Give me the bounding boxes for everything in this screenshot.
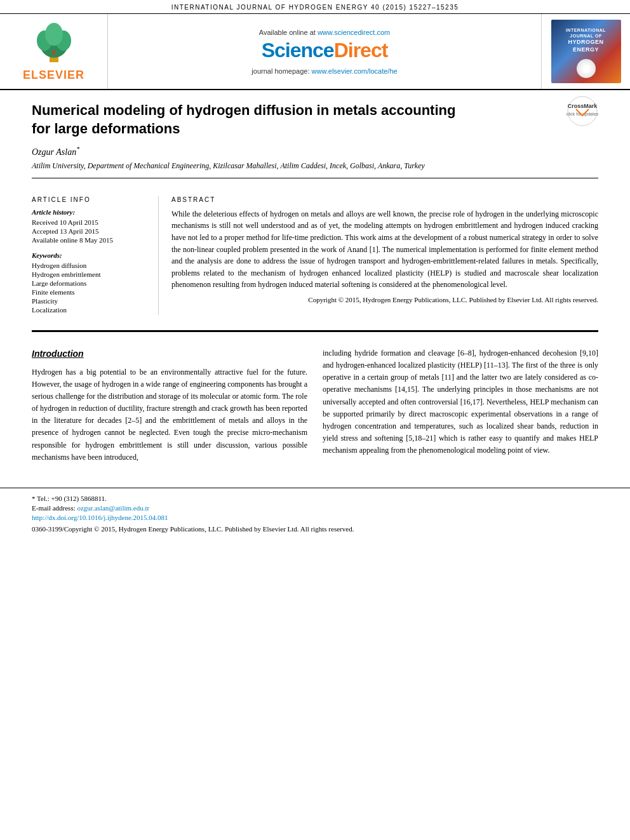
article-info-col: Article Info Article history: Received 1… (32, 196, 159, 315)
sciencedirect-logo: ScienceDirect (262, 39, 388, 62)
article-info-label: Article Info (32, 196, 149, 203)
journal-cover-box: International Journal ofHYDROGENENERGY (551, 20, 621, 83)
intro-para-2: including hydride formation and cleavage… (323, 347, 598, 457)
copyright-line: Copyright © 2015, Hydrogen Energy Public… (171, 296, 598, 303)
thick-separator (32, 330, 598, 332)
tel-line: * Tel.: +90 (312) 5868811. (32, 495, 598, 502)
email-line: E-mail address: ozgur.aslan@atilim.edu.t… (32, 504, 598, 512)
keywords-label: Keywords: (32, 251, 149, 259)
available-online-text: Available online at www.sciencedirect.co… (259, 29, 390, 36)
separator-line-1 (32, 178, 598, 178)
svg-point-4 (45, 23, 63, 46)
body-section: Introduction Hydrogen has a big potentia… (0, 341, 630, 475)
keyword-5: Plasticity (32, 297, 149, 305)
article-section: CrossMark click for updates Numerical mo… (0, 90, 630, 191)
svg-point-6 (568, 97, 597, 126)
keyword-2: Hydrogen embrittlement (32, 270, 149, 278)
svg-text:CrossMark: CrossMark (568, 103, 598, 109)
elsevier-tree-icon (25, 22, 83, 66)
received-date: Received 10 April 2015 (32, 218, 149, 226)
article-info-abstract-section: Article Info Article history: Received 1… (0, 191, 630, 321)
history-label: Article history: (32, 208, 149, 216)
doi-link[interactable]: http://dx.doi.org/10.1016/j.ijhydene.201… (32, 514, 168, 521)
sciencedirect-url[interactable]: www.sciencedirect.com (318, 29, 390, 36)
introduction-heading: Introduction (32, 347, 307, 361)
sciencedirect-center: Available online at www.sciencedirect.co… (108, 14, 541, 89)
top-banner: ELSEVIER Available online at www.science… (0, 14, 630, 90)
accepted-date: Accepted 13 April 2015 (32, 227, 149, 235)
issn-line: 0360-3199/Copyright © 2015, Hydrogen Ene… (32, 525, 598, 533)
author-name: Ozgur Aslan* (32, 145, 598, 157)
doi-line: http://dx.doi.org/10.1016/j.ijhydene.201… (32, 514, 598, 521)
email-link[interactable]: ozgur.aslan@atilim.edu.tr (77, 504, 149, 512)
crossmark-icon[interactable]: CrossMark click for updates (566, 95, 598, 127)
elsevier-brand-text: ELSEVIER (23, 69, 84, 82)
abstract-label: Abstract (171, 196, 598, 203)
body-col-left: Introduction Hydrogen has a big potentia… (32, 347, 307, 469)
abstract-col: Abstract While the deleterious effects o… (171, 196, 598, 315)
journal-header: International Journal of Hydrogen Energy… (0, 0, 630, 14)
journal-cover-area: International Journal ofHYDROGENENERGY (541, 14, 630, 89)
affiliation: Atilim University, Department of Mechani… (32, 160, 598, 171)
body-col-right: including hydride formation and cleavage… (323, 347, 598, 469)
keyword-3: Large deformations (32, 279, 149, 287)
intro-para-1: Hydrogen has a big potential to be an en… (32, 366, 307, 464)
keyword-4: Finite elements (32, 288, 149, 296)
journal-homepage-line: journal homepage: www.elsevier.com/locat… (251, 67, 397, 75)
elsevier-logo-area: ELSEVIER (0, 14, 108, 89)
available-online-date: Available online 8 May 2015 (32, 236, 149, 244)
journal-cover-title: International Journal ofHYDROGENENERGY (551, 25, 621, 57)
keyword-6: Localization (32, 306, 149, 314)
svg-rect-5 (52, 50, 56, 55)
journal-cover-circle (577, 59, 596, 78)
article-title: Numerical modeling of hydrogen diffusion… (32, 102, 464, 138)
crossmark-area[interactable]: CrossMark click for updates (566, 95, 598, 130)
keyword-1: Hydrogen diffusion (32, 262, 149, 269)
footer-area: * Tel.: +90 (312) 5868811. E-mail addres… (0, 488, 630, 539)
journal-homepage-url[interactable]: www.elsevier.com/locate/he (312, 67, 398, 75)
abstract-text: While the deleterious effects of hydroge… (171, 208, 598, 291)
